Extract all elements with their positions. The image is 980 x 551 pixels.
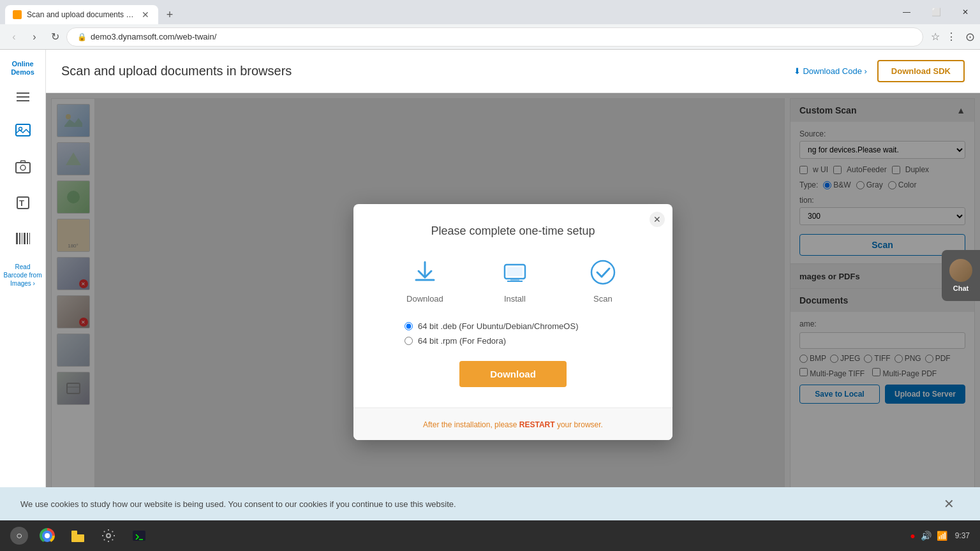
- modal-wrapper: ✕ Please complete one-time setup: [353, 204, 672, 440]
- new-tab-button[interactable]: +: [161, 6, 179, 24]
- taskbar-right: ● 🔊 📶 9:37: [910, 531, 970, 541]
- tab-title: Scan and upload documents in b...: [27, 10, 135, 19]
- scan-step-icon: [586, 256, 620, 289]
- sys-icon-network[interactable]: 📶: [937, 531, 947, 541]
- taskbar-icon-terminal[interactable]: [128, 524, 151, 547]
- close-button[interactable]: ✕: [951, 0, 980, 24]
- install-step-label: Install: [504, 294, 526, 304]
- maximize-button[interactable]: ⬜: [921, 0, 951, 24]
- modal-title: Please complete one-time setup: [379, 224, 647, 238]
- url-text: demo3.dynamsoft.com/web-twain/: [91, 32, 216, 41]
- cookie-text: We use cookies to study how our website …: [20, 499, 456, 509]
- taskbar: ○ ● 🔊 📶 9:37: [0, 520, 980, 551]
- modal-step-install: Install: [498, 256, 531, 304]
- svg-rect-2: [16, 163, 30, 173]
- extensions-icon[interactable]: ⋮: [942, 28, 960, 46]
- option1-radio[interactable]: [405, 322, 413, 330]
- minimize-button[interactable]: —: [892, 0, 921, 24]
- cookie-close-button[interactable]: ✕: [939, 496, 960, 511]
- page-header: Scan and upload documents in browsers ⬇ …: [46, 50, 980, 93]
- sidebar-icon-text[interactable]: T: [6, 186, 40, 219]
- svg-text:T: T: [19, 198, 24, 208]
- svg-rect-25: [71, 534, 84, 542]
- svg-rect-18: [507, 267, 523, 276]
- sidebar-icon-camera[interactable]: [6, 151, 40, 184]
- sidebar-icon-image[interactable]: [6, 115, 40, 148]
- modal-steps: Download: [379, 256, 647, 304]
- active-tab[interactable]: Scan and upload documents in b... ✕: [5, 5, 158, 24]
- svg-rect-6: [16, 233, 18, 244]
- page-title: Scan and upload documents in browsers: [61, 64, 292, 78]
- tab-bar: Scan and upload documents in b... ✕ + — …: [0, 0, 980, 24]
- page-wrapper: Online Demos T: [0, 50, 980, 551]
- svg-rect-7: [19, 233, 20, 244]
- svg-rect-0: [16, 124, 30, 136]
- bookmark-icon[interactable]: ☆: [931, 31, 940, 43]
- taskbar-time: 9:37: [955, 531, 970, 540]
- download-sdk-button[interactable]: Download SDK: [877, 60, 965, 82]
- lock-icon: 🔒: [77, 33, 87, 41]
- modal-step-download: Download: [406, 256, 443, 304]
- browser-chrome: Scan and upload documents in b... ✕ + — …: [0, 0, 980, 50]
- content-area: 180° ✕ ✕: [46, 93, 980, 551]
- download-step-label: Download: [406, 294, 443, 304]
- svg-rect-8: [22, 233, 22, 244]
- svg-rect-24: [71, 531, 77, 535]
- download-code-link[interactable]: ⬇ Download Code ›: [794, 66, 867, 76]
- modal-overlay[interactable]: ✕ Please complete one-time setup: [46, 93, 980, 551]
- svg-point-26: [107, 534, 110, 538]
- taskbar-circle[interactable]: ○: [10, 527, 28, 545]
- chat-widget[interactable]: Chat: [942, 250, 980, 301]
- svg-rect-11: [29, 233, 30, 244]
- sidebar-brand[interactable]: Online Demos: [11, 55, 34, 84]
- svg-point-21: [591, 261, 614, 284]
- navigation-bar: ‹ › ↻ 🔒 demo3.dynamsoft.com/web-twain/ ☆…: [0, 24, 980, 50]
- svg-point-23: [45, 533, 50, 538]
- modal-footer-text: After the installation, please RESTART y…: [423, 420, 603, 429]
- modal: ✕ Please complete one-time setup: [353, 204, 672, 440]
- sidebar-hamburger[interactable]: [10, 87, 36, 107]
- taskbar-icon-settings[interactable]: [97, 524, 120, 547]
- taskbar-icon-files[interactable]: [66, 524, 89, 547]
- download-step-icon: [408, 256, 442, 289]
- modal-body: ✕ Please complete one-time setup: [353, 204, 672, 408]
- modal-step-scan: Scan: [586, 256, 620, 304]
- sys-icon-volume[interactable]: 🔊: [921, 531, 932, 541]
- modal-download-button[interactable]: Download: [459, 361, 567, 387]
- main-content: Scan and upload documents in browsers ⬇ …: [46, 50, 980, 551]
- sidebar-read-barcode-link[interactable]: Read Barcode from Images ›: [0, 258, 45, 293]
- back-button[interactable]: ‹: [5, 28, 23, 46]
- chat-avatar: [949, 259, 972, 282]
- address-bar[interactable]: 🔒 demo3.dynamsoft.com/web-twain/: [66, 27, 923, 47]
- install-step-icon: [498, 256, 531, 289]
- header-actions: ⬇ Download Code › Download SDK: [794, 60, 965, 82]
- sidebar-icon-barcode[interactable]: [6, 222, 40, 255]
- modal-footer: After the installation, please RESTART y…: [353, 408, 672, 440]
- history-dot[interactable]: ⊙: [965, 30, 975, 44]
- taskbar-icon-chrome[interactable]: [36, 524, 59, 547]
- option2-label[interactable]: 64 bit .rpm (For Fedora): [405, 336, 506, 346]
- taskbar-sys-icons: ● 🔊 📶: [910, 531, 947, 541]
- forward-button[interactable]: ›: [26, 28, 43, 46]
- modal-options: 64 bit .deb (For Ubuntu/Debian/ChromeOS)…: [379, 321, 647, 346]
- window-controls: — ⬜ ✕: [892, 0, 980, 24]
- option2-radio[interactable]: [405, 337, 413, 345]
- option1-label[interactable]: 64 bit .deb (For Ubuntu/Debian/ChromeOS): [405, 321, 578, 331]
- modal-close-button[interactable]: ✕: [650, 212, 665, 227]
- svg-rect-10: [27, 233, 28, 244]
- sidebar: Online Demos T: [0, 50, 46, 551]
- svg-rect-9: [24, 233, 26, 244]
- reload-button[interactable]: ↻: [46, 28, 64, 46]
- chat-label: Chat: [953, 284, 969, 292]
- sys-icon-record[interactable]: ●: [910, 531, 915, 541]
- tab-close-icon[interactable]: ✕: [140, 10, 151, 20]
- svg-point-3: [20, 165, 26, 170]
- tab-favicon: [13, 10, 22, 19]
- scan-step-label: Scan: [593, 294, 612, 304]
- cookie-banner: We use cookies to study how our website …: [0, 487, 980, 520]
